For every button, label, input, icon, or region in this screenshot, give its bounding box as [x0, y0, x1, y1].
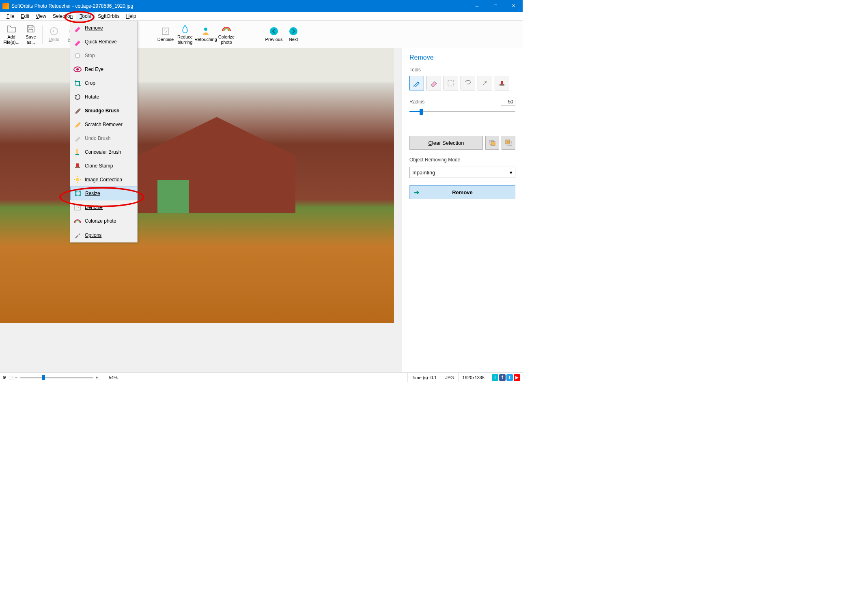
menu-view[interactable]: View: [32, 13, 50, 20]
tools-menu-options[interactable]: Options: [70, 228, 137, 242]
reduce-blurring-button[interactable]: Reduce blurring: [175, 21, 195, 47]
zoom-in-button[interactable]: +: [95, 375, 98, 380]
menu-item-label: Quick Remove: [83, 39, 117, 45]
menu-item-label: Clone Stamp: [83, 163, 113, 169]
radius-input[interactable]: [501, 98, 515, 106]
tools-menu-denoise[interactable]: Denoise: [70, 200, 137, 214]
title-bar: SoftOrbits Photo Retoucher - cottage-297…: [0, 0, 523, 12]
svg-rect-26: [448, 80, 454, 86]
previous-icon: [269, 26, 279, 36]
svg-rect-14: [75, 154, 79, 155]
tool-stamp[interactable]: [495, 76, 509, 90]
tools-menu-quick-remove[interactable]: Quick Remove: [70, 35, 137, 49]
tools-menu-concealer-brush[interactable]: Concealer Brush: [70, 145, 137, 159]
menu-item-label: Concealer Brush: [83, 149, 121, 155]
zoom-slider[interactable]: [20, 377, 93, 378]
menu-file[interactable]: File: [3, 13, 17, 20]
info-icon[interactable]: i: [492, 374, 498, 381]
retouching-button[interactable]: Retouching: [195, 21, 217, 47]
remove-button[interactable]: ➔ Remove: [409, 185, 515, 199]
eye-icon: [72, 64, 83, 74]
tool-magic-wand[interactable]: [478, 76, 492, 90]
youtube-icon[interactable]: ▶: [514, 374, 520, 381]
twitter-icon[interactable]: t: [506, 374, 513, 381]
minimize-button[interactable]: ─: [468, 0, 486, 12]
svg-rect-30: [491, 142, 495, 146]
tools-menu-smudge-brush[interactable]: Smudge Brush: [70, 104, 137, 118]
facebook-icon[interactable]: f: [499, 374, 506, 381]
menu-help[interactable]: Help: [123, 13, 140, 20]
arrow-right-icon: ➔: [414, 189, 419, 196]
zoom-out-button[interactable]: −: [15, 375, 17, 380]
svg-rect-23: [75, 204, 80, 210]
tools-menu-clone-stamp[interactable]: Clone Stamp: [70, 159, 137, 173]
radius-label: Radius: [409, 99, 424, 105]
folder-icon: [6, 24, 16, 34]
menu-item-label: Denoise: [83, 204, 103, 210]
next-button[interactable]: Next: [284, 21, 303, 47]
next-icon: [289, 26, 298, 36]
tools-menu-rotate[interactable]: Rotate: [70, 90, 137, 104]
tools-menu-colorize-photo[interactable]: Colorize photo: [70, 214, 137, 228]
status-bar: ⊕ ⬚ − + 54% Time (s): 0.1 JPG 1920x1335 …: [0, 372, 523, 382]
tools-menu-red-eye[interactable]: Red Eye: [70, 62, 137, 76]
tool-eraser[interactable]: [426, 76, 441, 90]
droplet-icon: [180, 24, 190, 34]
fit-icon[interactable]: ⊕: [2, 375, 6, 380]
app-icon: [2, 3, 9, 9]
denoise-button[interactable]: Denoise: [156, 21, 175, 47]
colorize-photo-button[interactable]: Colorize photo: [217, 21, 236, 47]
stamp-icon: [72, 161, 83, 171]
close-button[interactable]: ✕: [504, 0, 523, 12]
menu-item-label: Image Correction: [83, 177, 122, 182]
undo-button[interactable]: Undo: [44, 21, 64, 47]
tools-menu-crop[interactable]: Crop: [70, 76, 137, 90]
denoise-icon: [161, 26, 170, 36]
maximize-button[interactable]: ☐: [486, 0, 504, 12]
svg-rect-31: [506, 140, 510, 144]
chevron-down-icon: ▾: [510, 170, 513, 176]
svg-rect-13: [76, 149, 78, 155]
tools-menu-resize[interactable]: Resize: [70, 187, 137, 200]
tools-menu-undo-brush: Undo Brush: [70, 131, 137, 145]
tools-menu-image-correction[interactable]: Image Correction: [70, 173, 137, 187]
brush-pink-icon: [72, 23, 83, 33]
add-files-button[interactable]: Add File(s)...: [2, 21, 21, 47]
rainbow-icon: [72, 216, 83, 226]
window-title: SoftOrbits Photo Retoucher - cottage-297…: [11, 3, 468, 9]
menu-item-label: Smudge Brush: [83, 108, 119, 114]
tools-menu-scratch-remover[interactable]: Scratch Remover: [70, 118, 137, 131]
svg-rect-27: [501, 81, 503, 84]
previous-button[interactable]: Previous: [264, 21, 284, 47]
save-icon: [26, 24, 36, 34]
copy-selection-button[interactable]: [485, 136, 499, 150]
rotate-icon: [72, 92, 83, 102]
menu-selection[interactable]: Selection: [50, 13, 76, 20]
menu-item-label: Stop: [83, 53, 95, 58]
svg-rect-16: [75, 167, 80, 168]
tool-pencil[interactable]: [409, 76, 424, 90]
actual-size-icon[interactable]: ⬚: [9, 375, 13, 380]
menu-tools[interactable]: Tools: [76, 12, 95, 20]
canvas-area[interactable]: [0, 48, 402, 372]
tool-rect-select[interactable]: [444, 76, 458, 90]
tool-lasso[interactable]: [461, 76, 475, 90]
menu-item-label: Remove: [83, 25, 103, 31]
svg-rect-15: [76, 163, 79, 167]
menu-softorbits[interactable]: SoftOrbits: [95, 13, 123, 20]
tools-menu-stop: Stop: [70, 49, 137, 62]
radius-slider[interactable]: [409, 107, 515, 116]
mode-select[interactable]: Inpainting▾: [409, 167, 515, 178]
undo-icon: [49, 26, 59, 36]
paste-selection-button[interactable]: [502, 136, 515, 150]
brush2-icon: [72, 120, 83, 129]
sun-icon: [72, 175, 83, 185]
svg-point-24: [76, 206, 77, 206]
save-as-button[interactable]: Save as...: [21, 21, 41, 47]
tools-menu-remove[interactable]: Remove: [70, 21, 137, 35]
stop-icon: [72, 51, 83, 60]
clear-selection-button[interactable]: Clear Selection: [409, 136, 483, 150]
brush-pink-icon: [72, 37, 83, 47]
menu-edit[interactable]: Edit: [17, 13, 32, 20]
svg-point-3: [164, 30, 165, 30]
